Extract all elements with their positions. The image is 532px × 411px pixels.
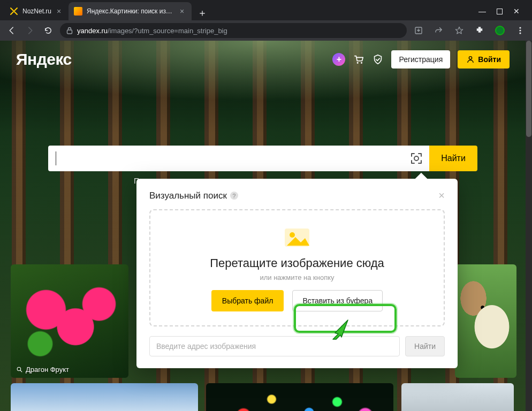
maximize-icon[interactable] <box>496 7 503 15</box>
user-icon <box>466 55 475 64</box>
paste-clipboard-label: Вставить из буфера <box>302 296 373 305</box>
extensions-icon[interactable] <box>473 24 486 37</box>
popover-title-text: Визуальный поиск <box>149 191 227 201</box>
drop-zone[interactable]: Перетащите изображение сюда или нажмите … <box>149 209 445 326</box>
paste-clipboard-button[interactable]: Вставить из буфера <box>292 290 383 311</box>
svg-point-6 <box>357 62 359 64</box>
search-input[interactable] <box>48 146 429 171</box>
lock-icon <box>66 27 73 34</box>
text-cursor <box>56 151 56 165</box>
new-tab-button[interactable]: ＋ <box>195 5 210 20</box>
image-card-dragon-fruit[interactable]: Драгон Фрукт <box>11 264 128 378</box>
vertical-scrollbar[interactable] <box>526 41 532 411</box>
page-viewport: Яндекс + Регистрация Войти <box>0 41 532 411</box>
search-bar: Найти <box>48 146 477 171</box>
reload-icon[interactable] <box>42 24 55 37</box>
search-button-label: Найти <box>441 154 466 163</box>
image-card-deer[interactable] <box>401 383 514 411</box>
favicon-yandex <box>74 7 82 16</box>
share-icon[interactable] <box>432 24 445 37</box>
login-button[interactable]: Войти <box>458 50 510 68</box>
image-placeholder-icon <box>284 225 310 249</box>
tab-title: NozNet.ru <box>22 7 51 15</box>
url-row: Найти <box>149 336 445 356</box>
toolbar-right <box>412 24 527 37</box>
menu-icon[interactable] <box>514 24 527 37</box>
popover-header: Визуальный поиск ? × <box>149 189 445 202</box>
url-search-label: Найти <box>414 342 436 351</box>
url-search-button[interactable]: Найти <box>405 336 445 356</box>
magnifier-icon <box>16 366 23 373</box>
bookmark-icon[interactable] <box>453 24 466 37</box>
page-header: Яндекс + Регистрация Войти <box>16 50 510 68</box>
favicon-noznet <box>10 7 18 16</box>
svg-point-4 <box>519 29 521 31</box>
cart-icon[interactable] <box>353 54 364 65</box>
tab-yandex-images[interactable]: Яндекс.Картинки: поиск изобра × <box>69 2 192 20</box>
svg-point-3 <box>519 27 521 28</box>
yandex-logo[interactable]: Яндекс <box>16 50 72 68</box>
svg-rect-0 <box>497 9 502 14</box>
forward-icon[interactable] <box>24 24 36 37</box>
tab-strip: NozNet.ru × Яндекс.Картинки: поиск изобр… <box>4 0 471 20</box>
image-url-input[interactable] <box>149 336 400 356</box>
choose-file-button[interactable]: Выбрать файл <box>211 290 284 311</box>
page-content: Яндекс + Регистрация Войти <box>0 41 526 411</box>
close-icon[interactable]: × <box>438 189 445 202</box>
close-icon[interactable]: × <box>178 7 186 16</box>
register-label: Регистрация <box>399 55 443 64</box>
browser-toolbar: yandex.ru/images/?utm_source=main_stripe… <box>0 20 532 41</box>
login-label: Войти <box>478 55 501 64</box>
visual-search-popover: Визуальный поиск ? × Перетащите изображе… <box>136 179 458 368</box>
shield-icon[interactable] <box>372 54 384 65</box>
card-caption: Драгон Фрукт <box>26 366 69 374</box>
close-icon[interactable]: × <box>55 7 63 16</box>
search-button[interactable]: Найти <box>429 146 477 171</box>
tab-noznet[interactable]: NozNet.ru × <box>4 2 69 20</box>
drop-subtitle: или нажмите на кнопку <box>161 273 433 281</box>
url-host: yandex.ru <box>77 27 108 35</box>
cursor-pointer-icon <box>331 319 349 340</box>
choose-file-label: Выбрать файл <box>222 296 273 305</box>
window-controls: ― ✕ <box>471 7 528 20</box>
svg-point-9 <box>414 156 419 161</box>
browser-titlebar: NozNet.ru × Яндекс.Картинки: поиск изобр… <box>0 0 532 20</box>
image-card-fireworks[interactable] <box>206 383 393 411</box>
minimize-icon[interactable]: ― <box>478 7 486 15</box>
address-bar[interactable]: yandex.ru/images/?utm_source=main_stripe… <box>60 23 407 38</box>
drop-buttons: Выбрать файл Вставить из буфера <box>161 290 433 311</box>
help-icon[interactable]: ? <box>230 192 238 200</box>
svg-point-5 <box>519 32 521 34</box>
card-label: Драгон Фрукт <box>16 366 69 374</box>
popover-title: Визуальный поиск ? <box>149 191 238 201</box>
url-path: /images/?utm_source=main_stripe_big <box>108 27 227 35</box>
image-card-dog[interactable] <box>455 264 516 378</box>
install-icon[interactable] <box>412 24 425 37</box>
extension-badge[interactable] <box>493 24 506 37</box>
svg-point-7 <box>361 62 362 64</box>
image-card-sky[interactable] <box>11 383 198 411</box>
tab-title: Яндекс.Картинки: поиск изобра <box>87 7 174 15</box>
drop-title: Перетащите изображение сюда <box>161 256 433 270</box>
register-button[interactable]: Регистрация <box>391 50 450 68</box>
plus-icon[interactable]: + <box>332 53 345 66</box>
svg-rect-1 <box>67 30 72 34</box>
svg-point-8 <box>469 57 472 59</box>
close-window-icon[interactable]: ✕ <box>513 7 520 15</box>
header-actions: + Регистрация Войти <box>332 50 510 68</box>
url-text: yandex.ru/images/?utm_source=main_stripe… <box>77 27 227 35</box>
scrollbar-thumb[interactable] <box>526 41 531 137</box>
svg-point-10 <box>17 367 21 371</box>
image-search-icon[interactable] <box>409 151 424 166</box>
back-icon[interactable] <box>5 24 18 37</box>
svg-point-12 <box>290 232 295 238</box>
